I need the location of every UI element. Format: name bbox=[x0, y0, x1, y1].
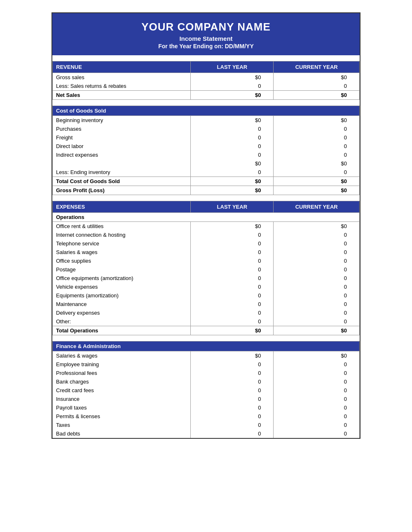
operations-row-label: Salaries & wages bbox=[53, 248, 191, 257]
cogs-row-current-year: 0 bbox=[274, 133, 360, 142]
report-header: YOUR COMPANY NAME Income Statement For t… bbox=[52, 13, 360, 55]
cogs-subtotal-row: $0 $0 bbox=[53, 159, 360, 168]
total-operations-label: Total Operations bbox=[53, 326, 191, 335]
operations-data-row: Office supplies 0 0 bbox=[53, 257, 360, 265]
operations-row-last-year: 0 bbox=[191, 300, 274, 308]
operations-row-last-year: 0 bbox=[191, 308, 274, 317]
operations-row-last-year: 0 bbox=[191, 274, 274, 282]
revenue-row-label: Gross sales bbox=[53, 73, 191, 82]
cogs-row-last-year: 0 bbox=[191, 151, 274, 159]
total-operations-last-year: $0 bbox=[191, 326, 274, 335]
net-sales-current-year: $0 bbox=[274, 91, 360, 100]
operations-row-last-year: 0 bbox=[191, 265, 274, 274]
finance-row-current-year: 0 bbox=[274, 412, 360, 421]
cogs-data-row: Beginning inventory $0 $0 bbox=[53, 116, 360, 125]
revenue-row-label: Less: Sales returns & rebates bbox=[53, 82, 191, 91]
finance-row-label: Professional fees bbox=[53, 369, 191, 377]
finance-row-last-year: $0 bbox=[191, 351, 274, 360]
cogs-row-label: Freight bbox=[53, 133, 191, 142]
operations-row-last-year: 0 bbox=[191, 317, 274, 326]
revenue-data-row: Gross sales $0 $0 bbox=[53, 73, 360, 82]
cogs-data-row: Freight 0 0 bbox=[53, 133, 360, 142]
finance-row-current-year: 0 bbox=[274, 395, 360, 403]
operations-row-current-year: 0 bbox=[274, 291, 360, 300]
operations-row-current-year: 0 bbox=[274, 308, 360, 317]
finance-row-label: Bank charges bbox=[53, 377, 191, 386]
operations-row-label: Internet connection & hosting bbox=[53, 231, 191, 239]
ending-inventory-last-year: 0 bbox=[191, 168, 274, 177]
finance-row-last-year: 0 bbox=[191, 386, 274, 395]
finance-row-label: Employee training bbox=[53, 360, 191, 369]
cogs-data-row: Direct labor 0 0 bbox=[53, 142, 360, 151]
cogs-row-last-year: 0 bbox=[191, 125, 274, 133]
expenses-last-year-header: LAST YEAR bbox=[191, 201, 274, 213]
operations-row-last-year: 0 bbox=[191, 231, 274, 239]
operations-row-current-year: 0 bbox=[274, 257, 360, 265]
cogs-row-last-year: $0 bbox=[191, 116, 274, 125]
operations-data-row: Telephone service 0 0 bbox=[53, 239, 360, 248]
finance-row-label: Payroll taxes bbox=[53, 403, 191, 412]
operations-data-row: Other: 0 0 bbox=[53, 317, 360, 326]
cogs-row-current-year: 0 bbox=[274, 151, 360, 159]
operations-row-current-year: 0 bbox=[274, 231, 360, 239]
total-cogs-label: Total Cost of Goods Sold bbox=[53, 177, 191, 186]
finance-data-row: Taxes 0 0 bbox=[53, 421, 360, 429]
finance-row-current-year: 0 bbox=[274, 360, 360, 369]
finance-row-label: Salaries & wages bbox=[53, 351, 191, 360]
doc-title: Income Statement bbox=[56, 35, 356, 42]
expenses-header-row: EXPENSES LAST YEAR CURRENT YEAR bbox=[53, 201, 360, 213]
cogs-row-last-year: 0 bbox=[191, 142, 274, 151]
ending-inventory-current-year: 0 bbox=[274, 168, 360, 177]
finance-row-current-year: 0 bbox=[274, 421, 360, 429]
total-cogs-row: Total Cost of Goods Sold $0 $0 bbox=[53, 177, 360, 186]
operations-label: Operations bbox=[53, 213, 360, 222]
gross-profit-current-year: $0 bbox=[274, 186, 360, 195]
ending-inventory-row: Less: Ending inventory 0 0 bbox=[53, 168, 360, 177]
cogs-row-label: Purchases bbox=[53, 125, 191, 133]
revenue-current-year-header: CURRENT YEAR bbox=[274, 61, 360, 73]
operations-data-row: Postage 0 0 bbox=[53, 265, 360, 274]
cogs-row-current-year: $0 bbox=[274, 116, 360, 125]
finance-data-row: Payroll taxes 0 0 bbox=[53, 403, 360, 412]
operations-row-label: Telephone service bbox=[53, 239, 191, 248]
finance-row-last-year: 0 bbox=[191, 412, 274, 421]
finance-row-last-year: 0 bbox=[191, 403, 274, 412]
finance-row-last-year: 0 bbox=[191, 377, 274, 386]
finance-row-label: Insurance bbox=[53, 395, 191, 403]
operations-row-last-year: $0 bbox=[191, 222, 274, 231]
revenue-table: REVENUE LAST YEAR CURRENT YEAR Gross sal… bbox=[52, 61, 360, 100]
cogs-subtotal-current-year: $0 bbox=[274, 159, 360, 168]
finance-data-row: Permits & licenses 0 0 bbox=[53, 412, 360, 421]
finance-data-row: Credit card fees 0 0 bbox=[53, 386, 360, 395]
total-operations-row: Total Operations $0 $0 bbox=[53, 326, 360, 335]
operations-row-current-year: 0 bbox=[274, 282, 360, 291]
operations-row-label: Delivery expenses bbox=[53, 308, 191, 317]
cogs-subtotal-spacer bbox=[53, 159, 191, 168]
revenue-row-last-year: $0 bbox=[191, 73, 274, 82]
finance-row-label: Taxes bbox=[53, 421, 191, 429]
operations-row-last-year: 0 bbox=[191, 248, 274, 257]
finance-data-row: Bad debts 0 0 bbox=[53, 429, 360, 438]
revenue-row-last-year: 0 bbox=[191, 82, 274, 91]
revenue-header-row: REVENUE LAST YEAR CURRENT YEAR bbox=[53, 61, 360, 73]
revenue-section-label: REVENUE bbox=[53, 61, 191, 73]
finance-data-row: Employee training 0 0 bbox=[53, 360, 360, 369]
doc-subtitle: For the Year Ending on: DD/MM/YY bbox=[56, 43, 356, 49]
cogs-data-row: Indirect expenses 0 0 bbox=[53, 151, 360, 159]
operations-row-label: Office equipments (amortization) bbox=[53, 274, 191, 282]
net-sales-row: Net Sales $0 $0 bbox=[53, 91, 360, 100]
expenses-current-year-header: CURRENT YEAR bbox=[274, 201, 360, 213]
ending-inventory-label: Less: Ending inventory bbox=[53, 168, 191, 177]
operations-row-current-year: 0 bbox=[274, 274, 360, 282]
cogs-row-current-year: 0 bbox=[274, 142, 360, 151]
cogs-header-row: Cost of Goods Sold bbox=[53, 106, 360, 116]
revenue-row-current-year: 0 bbox=[274, 82, 360, 91]
page-wrapper: YOUR COMPANY NAME Income Statement For t… bbox=[52, 12, 360, 439]
cogs-section-label: Cost of Goods Sold bbox=[53, 106, 360, 116]
operations-data-row: Maintenance 0 0 bbox=[53, 300, 360, 308]
expenses-table: EXPENSES LAST YEAR CURRENT YEAR Operatio… bbox=[52, 201, 360, 335]
net-sales-label: Net Sales bbox=[53, 91, 191, 100]
revenue-data-row: Less: Sales returns & rebates 0 0 bbox=[53, 82, 360, 91]
operations-row-last-year: 0 bbox=[191, 239, 274, 248]
cogs-table: Cost of Goods Sold Beginning inventory $… bbox=[52, 106, 360, 195]
